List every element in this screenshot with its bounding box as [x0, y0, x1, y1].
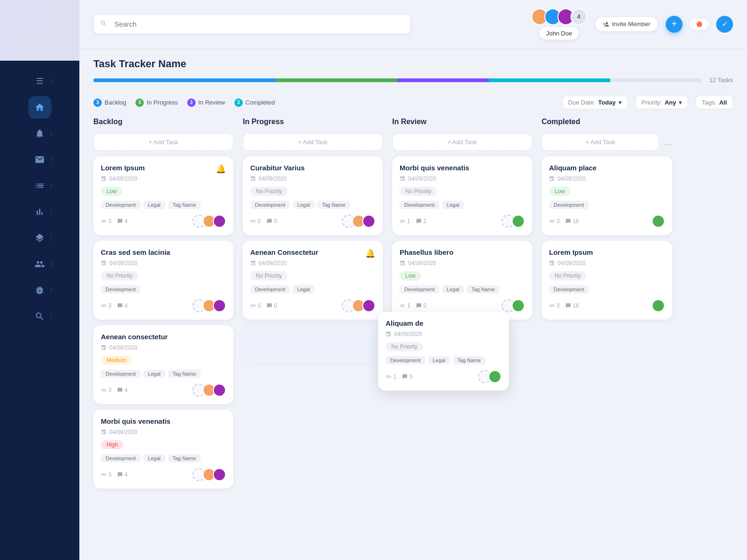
tag-row-b1: Development Legal Tag Name	[101, 201, 226, 209]
sidebar-icon-menu[interactable]: ☰ ⋮	[28, 70, 51, 92]
task-card-p2[interactable]: 🔔 Aenean Consectetur 04/09/2020 No Prior…	[243, 241, 383, 320]
tab-completed[interactable]: 3 Completed	[234, 98, 275, 107]
bell-icon-p2: 🔔	[365, 248, 375, 259]
priority-badge-c2: No Priority	[549, 271, 586, 280]
stat-comments-b4: 4	[117, 471, 128, 478]
floating-card-priority: No Priority	[386, 342, 423, 351]
task-card-c2[interactable]: Lorem Ipsum 04/09/2020 No Priority Devel…	[542, 241, 672, 320]
dot-inprogress: 3	[135, 98, 144, 107]
sidebar-dots-list: ⋮	[48, 182, 55, 189]
search-icon	[100, 20, 107, 29]
user-label: John Doe	[540, 27, 579, 40]
floating-card-assignees	[481, 370, 501, 383]
stat-links-b4: 3	[101, 471, 112, 478]
tag-legal-b1: Legal	[143, 201, 165, 209]
tag-row-b2: Development	[101, 285, 226, 294]
stat-comments-r1: 2	[416, 218, 427, 224]
task-stats-c1: 3 16	[549, 218, 579, 224]
task-stats-b4: 3 4	[101, 471, 127, 478]
task-card-b4[interactable]: Morbi quis venenatis 04/09/2020 High Dev…	[93, 410, 233, 489]
tag-legal-p1: Legal	[293, 201, 315, 209]
task-stats-p2: 0 0	[250, 302, 277, 309]
invite-member-button[interactable]: Invite Member	[595, 16, 658, 32]
task-stats-r2: 1 2	[400, 302, 426, 309]
assignee-1-c2	[652, 299, 665, 312]
add-task-inreview[interactable]: + Add Task	[392, 133, 532, 151]
stat-comments-r2: 2	[416, 302, 427, 309]
floating-card[interactable]: Aliquam de 04/09/2020 No Priority Develo…	[378, 312, 509, 391]
progress-inreview	[397, 78, 488, 82]
floating-card-tags: Development Legal Tag Name	[386, 356, 501, 364]
column-backlog: Backlog + Add Task 🔔 Lorem Ipsum 04/09/2…	[93, 116, 233, 560]
tab-inprogress[interactable]: 3 In Progress	[135, 98, 177, 107]
stat-comments-b2: 4	[117, 302, 128, 309]
stat-links-p1: 0	[250, 218, 261, 224]
priority-badge-r2: Low	[400, 271, 421, 280]
tag-legal-b3: Legal	[143, 370, 165, 378]
priority-filter[interactable]: Priority: Any ▾	[635, 96, 689, 109]
assignee-group-b4	[195, 468, 226, 481]
toggle-button[interactable]	[690, 19, 709, 30]
due-date-filter[interactable]: Due Date: Today ▾	[562, 96, 628, 109]
check-button[interactable]: ✓	[716, 16, 733, 33]
add-task-backlog[interactable]: + Add Task	[93, 133, 233, 151]
task-footer-b2: 3 4	[101, 299, 226, 312]
task-card-r1[interactable]: Morbi quis venenatis 04/09/2020 No Prior…	[392, 156, 532, 235]
sidebar-dots-search-doc: ⋮	[48, 313, 55, 320]
sidebar-icon-bug[interactable]: ⋮	[28, 279, 51, 301]
sidebar-icon-home[interactable]: ⋮	[28, 96, 51, 119]
sidebar-dots-mail: ⋮	[48, 156, 55, 163]
task-title-b1: Lorem Ipsum	[101, 164, 226, 172]
add-button[interactable]: +	[666, 16, 683, 33]
kanban-board: Backlog + Add Task 🔔 Lorem Ipsum 04/09/2…	[79, 116, 747, 560]
sidebar-dots-notif: ⋮	[48, 130, 55, 137]
search-wrapper	[93, 14, 411, 34]
task-card-c1[interactable]: Aliquam place 04/09/2020 Low Development	[542, 156, 672, 235]
tags-filter[interactable]: Tags: All	[696, 96, 733, 109]
task-title-b2: Cras sed sem lacinia	[101, 248, 226, 256]
tag-development-floating: Development	[386, 356, 425, 364]
tab-backlog[interactable]: 3 Backlog	[93, 98, 126, 107]
column-inprogress: In Progress + Add Task Curabitur Varius …	[243, 116, 383, 560]
tab-inreview[interactable]: 3 In Review	[187, 98, 225, 107]
stat-comments-floating: 5	[402, 373, 413, 380]
task-card-r2[interactable]: Phasellus libero 04/09/2020 Low Developm…	[392, 241, 532, 320]
task-title-b3: Aenean consectetur	[101, 333, 226, 341]
assignee-group-r2	[504, 299, 525, 312]
sidebar-icon-chart[interactable]: ⋮	[28, 201, 51, 223]
task-card-b3[interactable]: Aenean consectetur 04/09/2020 Medium Dev…	[93, 325, 233, 404]
stat-comments-b3: 4	[117, 387, 128, 393]
tag-development-b4: Development	[101, 454, 141, 462]
floating-card-stats: 1 5	[386, 373, 412, 380]
task-card-p1[interactable]: Curabitur Varius 04/09/2020 No Priority …	[243, 156, 383, 235]
search-container	[93, 14, 411, 34]
task-card-b1[interactable]: 🔔 Lorem Ipsum 04/09/2020 Low Development…	[93, 156, 233, 235]
task-card-b2[interactable]: Cras sed sem lacinia 04/09/2020 No Prior…	[93, 241, 233, 320]
assignee-1-floating	[488, 370, 501, 383]
sidebar-icon-layers[interactable]: ⋮	[28, 227, 51, 249]
sidebar-icon-team[interactable]: ⋮	[28, 253, 51, 275]
add-task-completed[interactable]: + Add Task	[542, 133, 659, 151]
tag-development-r2: Development	[400, 285, 439, 294]
floating-card-title: Aliquam de	[386, 319, 501, 327]
avatar-count: 4	[571, 8, 587, 25]
tag-tagname-b1: Tag Name	[168, 201, 201, 209]
add-task-inprogress[interactable]: + Add Task	[243, 133, 383, 151]
stat-links-b2: 3	[101, 302, 112, 309]
task-stats-b1: 3 4	[101, 218, 127, 224]
stat-links-c2: 3	[549, 302, 560, 309]
sidebar-icon-search-doc[interactable]: ⋮	[28, 305, 51, 328]
task-footer-r2: 1 2	[400, 299, 525, 312]
task-title-c1: Aliquam place	[549, 164, 665, 172]
sidebar-icon-mail[interactable]: ⋮	[28, 148, 51, 171]
search-input[interactable]	[93, 14, 411, 34]
tag-legal-b4: Legal	[143, 454, 165, 462]
priority-badge-p1: No Priority	[250, 187, 288, 196]
task-date-c2: 04/09/2020	[549, 260, 665, 266]
task-footer-b3: 3 4	[101, 384, 226, 397]
sidebar-icon-list[interactable]: ⋮	[28, 175, 51, 197]
sidebar-icon-notification[interactable]: ⋮	[28, 122, 51, 145]
tag-development-b2: Development	[101, 285, 141, 294]
stat-comments-b1: 4	[117, 218, 128, 224]
completed-more-icon[interactable]: …	[663, 137, 672, 147]
